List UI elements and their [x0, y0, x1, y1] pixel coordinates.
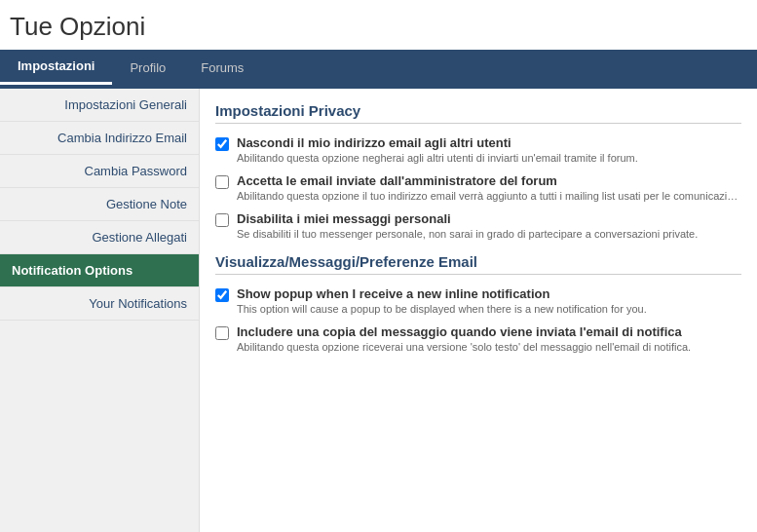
checkbox-disable-pm[interactable] [215, 213, 229, 227]
layout: Impostazioni Generali Cambia Indirizzo E… [0, 89, 757, 532]
option-desc-show-popup: This option will cause a popup to be dis… [237, 303, 741, 315]
privacy-section-heading: Impostazioni Privacy [215, 102, 741, 124]
sidebar-item-gestione-allegati[interactable]: Gestione Allegati [0, 221, 199, 254]
tab-profilo[interactable]: Profilo [112, 50, 183, 85]
option-row-include-copy: Includere una copia del messaggio quando… [215, 324, 741, 353]
sidebar: Impostazioni Generali Cambia Indirizzo E… [0, 89, 200, 532]
tab-impostazioni[interactable]: Impostazioni [0, 50, 112, 85]
sidebar-item-cambia-password[interactable]: Cambia Password [0, 155, 199, 188]
option-label-disable-pm: Disabilita i miei messaggi personali [237, 211, 741, 226]
option-desc-disable-pm: Se disabiliti il tuo messenger personale… [237, 228, 741, 240]
visualizza-section-heading: Visualizza/Messaggi/Preferenze Email [215, 253, 741, 275]
option-row-show-popup: Show popup when I receive a new inline n… [215, 286, 741, 315]
sidebar-item-impostazioni-generali[interactable]: Impostazioni Generali [0, 89, 199, 122]
option-label-accept-admin-email: Accetta le email inviate dall'amministra… [237, 173, 743, 188]
checkbox-hide-email[interactable] [215, 137, 229, 151]
option-desc-accept-admin-email: Abilitando questa opzione il tuo indiriz… [237, 190, 743, 202]
sidebar-item-your-notifications[interactable]: Your Notifications [0, 287, 199, 321]
checkbox-show-popup[interactable] [215, 288, 229, 302]
page-title: Tue Opzioni [0, 0, 757, 50]
tab-bar: Impostazioni Profilo Forums [0, 50, 757, 85]
checkbox-accept-admin-email[interactable] [215, 175, 229, 189]
sidebar-item-notification-options[interactable]: Notification Options [0, 254, 199, 287]
option-label-show-popup: Show popup when I receive a new inline n… [237, 286, 741, 301]
option-text-show-popup: Show popup when I receive a new inline n… [237, 286, 741, 315]
sidebar-item-cambia-indirizzo-email[interactable]: Cambia Indirizzo Email [0, 122, 199, 155]
option-row-accept-admin-email: Accetta le email inviate dall'amministra… [215, 173, 741, 202]
option-text-hide-email: Nascondi il mio indirizzo email agli alt… [237, 135, 741, 164]
option-row-disable-pm: Disabilita i miei messaggi personali Se … [215, 211, 741, 240]
option-text-include-copy: Includere una copia del messaggio quando… [237, 324, 741, 353]
checkbox-include-copy[interactable] [215, 326, 229, 340]
option-label-hide-email: Nascondi il mio indirizzo email agli alt… [237, 135, 741, 150]
tab-forums[interactable]: Forums [183, 50, 261, 85]
sidebar-item-gestione-note[interactable]: Gestione Note [0, 188, 199, 221]
option-desc-include-copy: Abilitando questa opzione riceverai una … [237, 341, 741, 353]
option-desc-hide-email: Abilitando questa opzione negherai agli … [237, 152, 741, 164]
option-text-accept-admin-email: Accetta le email inviate dall'amministra… [237, 173, 743, 202]
option-row-hide-email: Nascondi il mio indirizzo email agli alt… [215, 135, 741, 164]
main-content: Impostazioni Privacy Nascondi il mio ind… [200, 89, 757, 532]
option-label-include-copy: Includere una copia del messaggio quando… [237, 324, 741, 339]
option-text-disable-pm: Disabilita i miei messaggi personali Se … [237, 211, 741, 240]
